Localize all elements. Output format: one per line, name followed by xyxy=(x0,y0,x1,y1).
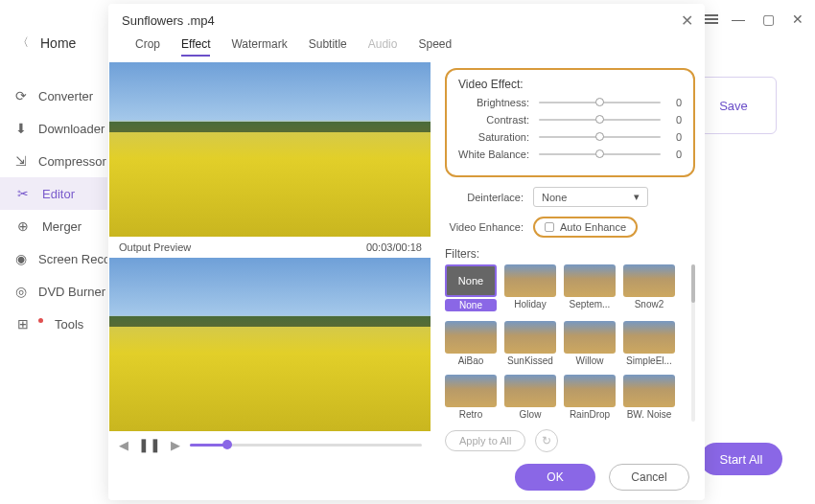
downloader-icon: ⬇ xyxy=(15,121,27,136)
saturation-value: 0 xyxy=(670,131,682,143)
sidebar-item-compressor[interactable]: ⇲ Compressor xyxy=(0,145,107,177)
white-balance-label: White Balance: xyxy=(458,149,529,160)
editor-icon: ✂ xyxy=(15,186,31,201)
minimize-button[interactable]: — xyxy=(728,10,749,29)
saturation-label: Saturation: xyxy=(458,131,529,143)
filter-willow[interactable]: Willow xyxy=(564,321,616,368)
video-effect-title: Video Effect: xyxy=(458,78,682,91)
sidebar-item-label: Downloader xyxy=(38,122,105,136)
white-balance-value: 0 xyxy=(670,149,682,160)
filter-retro[interactable]: Retro xyxy=(445,375,497,422)
filter-sunkissed[interactable]: SunKissed xyxy=(504,321,556,368)
compressor-icon: ⇲ xyxy=(15,153,27,169)
white-balance-slider[interactable] xyxy=(539,153,661,155)
tab-crop[interactable]: Crop xyxy=(135,37,160,57)
filter-label: Septem... xyxy=(564,299,616,309)
sidebar-item-label: Screen Record xyxy=(38,252,107,266)
tab-speed[interactable]: Speed xyxy=(418,37,452,57)
filter-label: SunKissed xyxy=(504,355,556,366)
sidebar-item-merger[interactable]: ⊕ Merger xyxy=(0,210,107,242)
start-all-label: Start All xyxy=(720,452,763,467)
dvd-burner-icon: ◎ xyxy=(15,284,27,299)
filter-label: Holiday xyxy=(504,299,556,309)
start-all-button[interactable]: Start All xyxy=(700,443,782,475)
tab-watermark[interactable]: Watermark xyxy=(231,37,287,57)
filter-none[interactable]: None None xyxy=(445,264,497,313)
modal-title: Sunflowers .mp4 xyxy=(122,13,691,28)
sidebar-item-downloader[interactable]: ⬇ Downloader xyxy=(0,112,107,145)
close-window-button[interactable]: ✕ xyxy=(788,10,807,29)
filter-september[interactable]: Septem... xyxy=(564,264,616,313)
filter-raindrop[interactable]: RainDrop xyxy=(564,375,616,422)
filter-scrollbar[interactable] xyxy=(691,264,695,422)
checkbox-icon xyxy=(545,222,554,232)
sidebar-item-label: DVD Burner xyxy=(38,285,105,299)
contrast-slider[interactable] xyxy=(539,119,661,121)
apply-to-all-button[interactable]: Apply to All xyxy=(445,430,525,451)
filter-glow[interactable]: Glow xyxy=(504,375,556,422)
merger-icon: ⊕ xyxy=(15,218,31,234)
sidebar-item-editor[interactable]: ✂ Editor xyxy=(0,177,107,210)
filter-label: AiBao xyxy=(445,355,497,366)
filter-label: None xyxy=(445,299,497,311)
ok-button[interactable]: OK xyxy=(515,464,595,491)
tabs: Crop Effect Watermark Subtitle Audio Spe… xyxy=(122,28,691,62)
filter-snow2[interactable]: Snow2 xyxy=(623,264,675,313)
brightness-slider[interactable] xyxy=(539,102,661,103)
home-link[interactable]: 〈 Home xyxy=(0,27,107,58)
close-icon[interactable]: ✕ xyxy=(681,11,693,30)
output-preview xyxy=(109,258,431,432)
video-effect-box: Video Effect: Brightness: 0 Contrast: 0 … xyxy=(445,68,695,177)
chevron-down-icon: ▾ xyxy=(634,191,640,203)
deinterlace-select[interactable]: None ▾ xyxy=(533,187,648,207)
tab-subtitle[interactable]: Subtitle xyxy=(309,37,347,57)
sidebar-item-label: Compressor xyxy=(38,154,106,169)
cancel-button[interactable]: Cancel xyxy=(609,464,689,491)
tab-audio[interactable]: Audio xyxy=(368,37,398,57)
filters-label: Filters: xyxy=(445,247,695,261)
filter-aibao[interactable]: AiBao xyxy=(445,321,497,368)
video-enhance-label: Video Enhance: xyxy=(445,221,524,233)
deinterlace-label: Deinterlace: xyxy=(445,192,524,203)
sidebar-item-converter[interactable]: ⟳ Converter xyxy=(0,80,107,112)
filter-bwnoise[interactable]: BW. Noise xyxy=(623,375,675,422)
apply-label: Apply to All xyxy=(459,435,511,447)
filter-holiday[interactable]: Holiday xyxy=(504,264,556,313)
filter-label: Retro xyxy=(445,409,497,420)
deinterlace-value: None xyxy=(542,192,567,203)
next-button[interactable]: ▶ xyxy=(171,438,180,452)
filter-label: BW. Noise xyxy=(623,409,675,420)
source-preview xyxy=(109,62,431,237)
sidebar-item-tools[interactable]: ⊞ Tools xyxy=(0,308,107,340)
filter-label: SimpleEl... xyxy=(623,355,675,366)
filter-grid: None None Holiday Septem... Snow2 AiBao … xyxy=(445,264,695,422)
filter-label: Willow xyxy=(564,355,616,366)
filter-label: Glow xyxy=(504,409,556,420)
screen-record-icon: ◉ xyxy=(15,251,27,266)
filter-simpleel[interactable]: SimpleEl... xyxy=(623,321,675,368)
auto-enhance-text: Auto Enhance xyxy=(560,221,626,233)
home-label: Home xyxy=(40,35,76,51)
brightness-value: 0 xyxy=(670,97,682,108)
sidebar-item-dvd-burner[interactable]: ◎ DVD Burner xyxy=(0,275,107,308)
auto-enhance-toggle[interactable]: Auto Enhance xyxy=(533,217,638,238)
time-display: 00:03/00:18 xyxy=(366,241,422,253)
filter-thumb-text: None xyxy=(458,275,483,286)
chevron-left-icon: 〈 xyxy=(17,34,29,51)
prev-button[interactable]: ◀ xyxy=(119,438,128,452)
reset-icon[interactable]: ↻ xyxy=(535,429,558,452)
maximize-button[interactable]: ▢ xyxy=(758,10,779,29)
saturation-slider[interactable] xyxy=(539,136,661,138)
pause-button[interactable]: ❚❚ xyxy=(138,437,161,452)
contrast-label: Contrast: xyxy=(458,114,529,126)
tab-effect[interactable]: Effect xyxy=(181,37,210,57)
output-preview-label: Output Preview xyxy=(119,241,191,253)
menu-icon[interactable] xyxy=(705,12,718,26)
sidebar-item-screen-record[interactable]: ◉ Screen Record xyxy=(0,242,107,275)
tools-icon: ⊞ xyxy=(15,316,31,332)
sidebar-item-label: Converter xyxy=(38,89,93,103)
sidebar-item-label: Editor xyxy=(42,187,75,201)
progress-slider[interactable] xyxy=(190,444,422,447)
badge-dot-icon xyxy=(38,318,43,323)
converter-icon: ⟳ xyxy=(15,88,27,103)
